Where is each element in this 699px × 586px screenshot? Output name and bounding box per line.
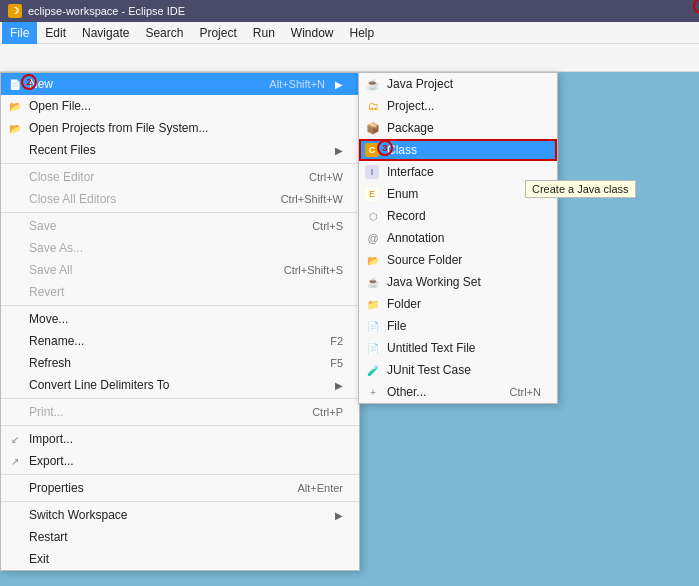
menu-window[interactable]: Window [283,22,342,44]
other-label: Other... [387,385,426,399]
title-text: eclipse-workspace - Eclipse IDE [28,5,185,17]
project-label: Project... [387,99,434,113]
java-working-set-icon: ☕ [365,274,381,290]
recent-files-arrow: ▶ [335,145,343,156]
untitled-text-label: Untitled Text File [387,341,475,355]
import-icon: ↙ [7,431,23,447]
open-projects-icon: 📂 [7,120,23,136]
menu-item-exit[interactable]: Exit [1,548,359,570]
submenu-annotation[interactable]: @ Annotation [359,227,557,249]
file-label: File [387,319,406,333]
menu-bar: File 1 Edit Navigate Search Project Run … [0,22,699,44]
junit-icon: 🧪 [365,362,381,378]
other-icon: + [365,384,381,400]
menu-item-save-all: Save All Ctrl+Shift+S [1,259,359,281]
open-projects-label: Open Projects from File System... [29,121,208,135]
close-editor-label: Close Editor [29,170,94,184]
sep-1 [1,163,359,164]
submenu-source-folder[interactable]: 📂 Source Folder [359,249,557,271]
package-label: Package [387,121,434,135]
class-label: Class [387,143,417,157]
annotation-label: Annotation [387,231,444,245]
enum-icon: E [365,187,379,201]
menu-item-save-as: Save As... [1,237,359,259]
new-label: New [29,77,53,91]
print-label: Print... [29,405,64,419]
junit-label: JUnit Test Case [387,363,471,377]
source-folder-label: Source Folder [387,253,462,267]
exit-label: Exit [29,552,49,566]
menu-item-rename[interactable]: Rename... F2 [1,330,359,352]
record-label: Record [387,209,426,223]
menu-item-properties[interactable]: Properties Alt+Enter [1,477,359,499]
menu-item-convert[interactable]: Convert Line Delimiters To ▶ [1,374,359,396]
menu-item-switch-workspace[interactable]: Switch Workspace ▶ [1,504,359,526]
interface-label: Interface [387,165,434,179]
menu-item-open-projects[interactable]: 📂 Open Projects from File System... [1,117,359,139]
menu-item-recent-files[interactable]: Recent Files ▶ [1,139,359,161]
folder-icon: 📁 [365,296,381,312]
menu-item-move[interactable]: Move... [1,308,359,330]
app-icon: ☽ [8,4,22,18]
open-file-label: Open File... [29,99,91,113]
menu-item-restart[interactable]: Restart [1,526,359,548]
menu-item-close-all-editors: Close All Editors Ctrl+Shift+W [1,188,359,210]
package-icon: 📦 [365,120,381,136]
menu-item-revert: Revert [1,281,359,303]
menu-item-close-editor: Close Editor Ctrl+W [1,166,359,188]
submenu-file[interactable]: 📄 File [359,315,557,337]
close-all-editors-label: Close All Editors [29,192,116,206]
new-shortcut: Alt+Shift+N [269,78,325,90]
save-all-shortcut: Ctrl+Shift+S [284,264,343,276]
menu-item-new[interactable]: 📄 New Alt+Shift+N ▶ 2 [1,73,359,95]
save-as-label: Save As... [29,241,83,255]
switch-workspace-arrow: ▶ [335,510,343,521]
revert-label: Revert [29,285,64,299]
move-label: Move... [29,312,68,326]
menu-item-print: Print... Ctrl+P [1,401,359,423]
submenu-java-working-set[interactable]: ☕ Java Working Set [359,271,557,293]
submenu-junit-test[interactable]: 🧪 JUnit Test Case [359,359,557,381]
menu-item-refresh[interactable]: Refresh F5 [1,352,359,374]
properties-label: Properties [29,481,84,495]
menu-search[interactable]: Search [137,22,191,44]
submenu-folder[interactable]: 📁 Folder [359,293,557,315]
menu-help[interactable]: Help [342,22,383,44]
menu-run[interactable]: Run [245,22,283,44]
refresh-shortcut: F5 [330,357,343,369]
menu-file[interactable]: File 1 [2,22,37,44]
folder-label: Folder [387,297,421,311]
new-arrow: ▶ [335,79,343,90]
refresh-label: Refresh [29,356,71,370]
title-bar: ☽ eclipse-workspace - Eclipse IDE [0,0,699,22]
submenu-project[interactable]: 🗂 Project... [359,95,557,117]
menu-item-export[interactable]: ↗ Export... [1,450,359,472]
menu-item-open-file[interactable]: 📂 Open File... [1,95,359,117]
submenu-untitled-text[interactable]: 📄 Untitled Text File [359,337,557,359]
enum-label: Enum [387,187,418,201]
rename-label: Rename... [29,334,84,348]
menu-item-import[interactable]: ↙ Import... [1,428,359,450]
interface-icon: I [365,165,379,179]
sep-4 [1,398,359,399]
save-label: Save [29,219,56,233]
menu-edit[interactable]: Edit [37,22,74,44]
new-submenu: ☕ Java Project 🗂 Project... 📦 Package C … [358,72,558,404]
submenu-package[interactable]: 📦 Package [359,117,557,139]
print-shortcut: Ctrl+P [312,406,343,418]
rename-shortcut: F2 [330,335,343,347]
submenu-java-project[interactable]: ☕ Java Project [359,73,557,95]
submenu-record[interactable]: ⬡ Record [359,205,557,227]
menu-project[interactable]: Project [191,22,244,44]
file-menu: 📄 New Alt+Shift+N ▶ 2 📂 Open File... 📂 O… [0,72,360,571]
convert-arrow: ▶ [335,380,343,391]
record-icon: ⬡ [365,208,381,224]
new-icon: 📄 [7,76,23,92]
submenu-class[interactable]: C Class 3 [359,139,557,161]
java-working-set-label: Java Working Set [387,275,481,289]
switch-workspace-label: Switch Workspace [29,508,127,522]
workspace: 📄 New Alt+Shift+N ▶ 2 📂 Open File... 📂 O… [0,72,699,586]
menu-navigate[interactable]: Navigate [74,22,137,44]
submenu-other[interactable]: + Other... Ctrl+N [359,381,557,403]
source-folder-icon: 📂 [365,252,381,268]
